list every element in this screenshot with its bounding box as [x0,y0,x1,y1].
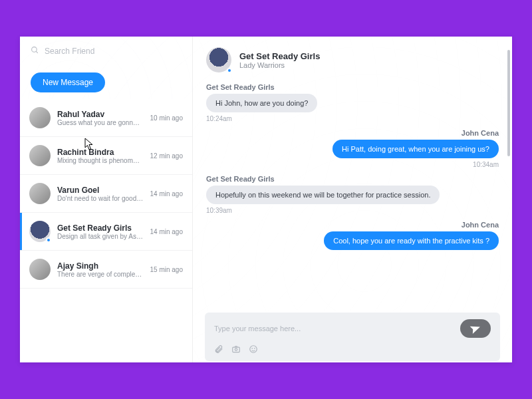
thread-preview: There are verge of complexity in m... [57,271,144,278]
chat-header: Get Set Ready Girls Lady Warriors [193,37,512,80]
chat-avatar [206,47,231,72]
scrollbar[interactable] [507,50,510,156]
svg-point-0 [32,47,37,53]
message-sender: John Cena [206,221,499,229]
new-message-button[interactable]: New Message [31,72,105,92]
thread-time: 14 min ago [150,190,183,198]
message-bubble: Hi John, how are you doing? [206,94,317,112]
svg-point-4 [250,346,257,353]
avatar [29,183,51,204]
thread-time: 12 min ago [150,152,183,160]
send-icon [469,322,483,336]
message-bubble: Hi Patt, doing great, when you are joini… [332,140,499,158]
message-group: Get Set Ready Girls Hopefully on this we… [206,175,499,214]
avatar [29,259,51,280]
search-input[interactable] [45,47,182,56]
message-group: John Cena Cool, hope you are ready with … [206,221,499,250]
composer [205,313,500,361]
message-time: 10:24am [206,115,499,122]
thread-name: Get Set Ready Girls [57,223,144,233]
svg-point-6 [254,348,255,349]
chat-pane: Get Set Ready Girls Lady Warriors Get Se… [193,37,512,362]
message-bubble: Cool, hope you are ready with the practi… [324,231,499,250]
thread-meta: Rachint Bindra Mixing thought is phenome… [57,148,144,164]
message-sender: Get Set Ready Girls [206,83,499,91]
composer-input[interactable] [214,325,460,332]
chat-subtitle: Lady Warriors [239,61,320,69]
attach-icon[interactable] [214,344,223,356]
avatar [29,221,51,242]
emoji-icon[interactable] [249,344,258,356]
message-time: 10:34am [206,161,499,168]
thread-preview: Design all task given by Ashwini on... [57,233,144,240]
thread-name: Rahul Yadav [57,110,144,119]
svg-point-5 [252,348,253,349]
composer-tools [214,344,491,356]
avatar [29,145,51,166]
message-sender: John Cena [206,129,499,137]
thread-name: Varun Goel [57,186,144,195]
message-list[interactable]: Get Set Ready Girls Hi John, how are you… [193,80,512,306]
search-icon [31,46,39,57]
thread-item[interactable]: Rahul Yadav Guess what you are gonna get… [20,99,192,137]
thread-time: 14 min ago [150,228,183,235]
message-bubble: Hopefully on this weekend we will be tog… [206,186,440,204]
message-sender: Get Set Ready Girls [206,175,499,183]
thread-preview: Mixing thought is phenomenal dis-... [57,157,144,164]
thread-item[interactable]: Ajay Singh There are verge of complexity… [20,251,192,289]
svg-point-3 [235,348,237,351]
svg-line-1 [36,51,38,53]
svg-rect-2 [233,347,240,352]
presence-dot-icon [227,68,232,73]
thread-item[interactable]: Get Set Ready Girls Design all task give… [20,213,192,251]
thread-list[interactable]: Rahul Yadav Guess what you are gonna get… [20,99,192,362]
message-time: 10:39am [206,207,499,214]
thread-meta: Varun Goel Do'nt need to wait for good t… [57,186,144,202]
thread-item[interactable]: Varun Goel Do'nt need to wait for good t… [20,175,192,213]
thread-time: 10 min ago [150,114,183,122]
sidebar: New Message Rahul Yadav Guess what you a… [20,37,193,362]
message-group: Get Set Ready Girls Hi John, how are you… [206,83,499,122]
chat-header-text: Get Set Ready Girls Lady Warriors [239,51,320,69]
messenger-app: New Message Rahul Yadav Guess what you a… [20,37,512,362]
thread-name: Ajay Singh [57,261,144,271]
thread-meta: Rahul Yadav Guess what you are gonna get… [57,110,144,126]
thread-item[interactable]: Rachint Bindra Mixing thought is phenome… [20,137,192,175]
message-group: John Cena Hi Patt, doing great, when you… [206,129,499,168]
thread-time: 15 min ago [150,266,183,273]
thread-meta: Ajay Singh There are verge of complexity… [57,261,144,278]
thread-name: Rachint Bindra [57,148,144,157]
thread-preview: Do'nt need to wait for good things t... [57,195,144,202]
thread-preview: Guess what you are gonna get with... [57,119,144,126]
camera-icon[interactable] [231,344,241,356]
presence-dot-icon [46,237,51,243]
new-message-row: New Message [20,61,192,99]
search-row [20,37,192,61]
avatar [29,107,51,128]
thread-meta: Get Set Ready Girls Design all task give… [57,223,144,240]
send-button[interactable] [460,319,491,338]
chat-title: Get Set Ready Girls [239,51,320,61]
